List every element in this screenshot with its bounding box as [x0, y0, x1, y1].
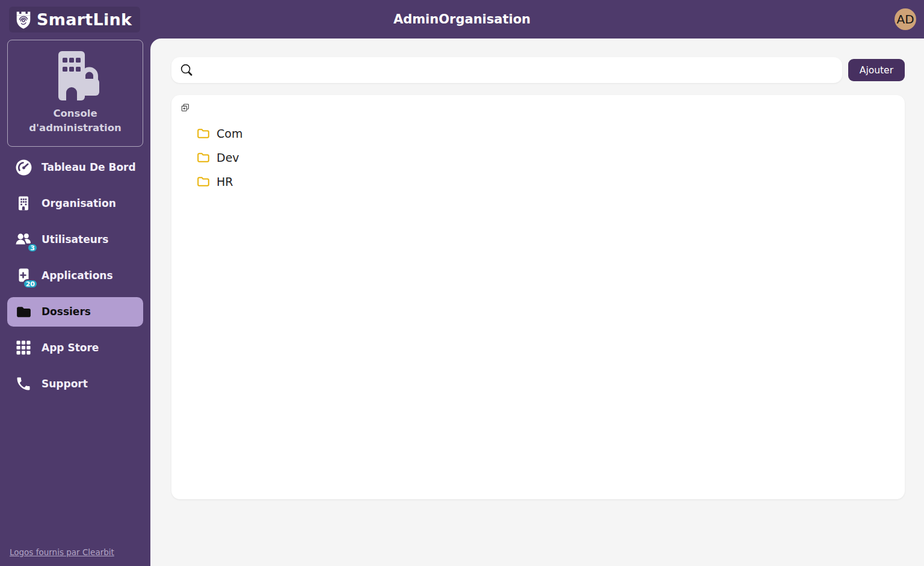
logo-text: SmartLink	[37, 10, 132, 29]
console-card-label: Console d'administration	[13, 106, 138, 135]
sidebar-item-applications[interactable]: 20 Applications	[7, 261, 143, 291]
building-lock-icon	[45, 95, 105, 106]
app-logo[interactable]: SmartLink	[9, 7, 140, 32]
folder-icon	[196, 126, 211, 141]
sidebar-item-app-store[interactable]: App Store	[7, 333, 143, 363]
folder-row-hr[interactable]: HR	[196, 170, 895, 194]
user-avatar[interactable]: AD	[895, 8, 916, 30]
shield-fingerprint-icon	[14, 10, 32, 29]
building-icon	[14, 194, 32, 212]
sidebar-nav: Tableau De Bord	[0, 153, 150, 399]
users-icon: 3	[14, 230, 32, 248]
sidebar-item-tableau-de-bord[interactable]: Tableau De Bord	[7, 153, 143, 182]
sidebar-item-support[interactable]: Support	[7, 369, 143, 399]
topbar: SmartLink AdminOrganisation AD	[0, 0, 924, 38]
sidebar-item-dossiers[interactable]: Dossiers	[7, 297, 143, 327]
toolbar: Ajouter	[171, 57, 905, 83]
sidebar: Console d'administration Tableau De Bord	[0, 38, 150, 566]
folder-tree-card: Com Dev HR	[171, 95, 905, 499]
folder-name: Com	[217, 127, 242, 140]
admin-console-card: Console d'administration	[7, 40, 143, 147]
search-icon	[179, 63, 194, 78]
add-folder-button[interactable]: Ajouter	[848, 59, 905, 81]
users-count-badge: 3	[27, 243, 38, 253]
sidebar-item-utilisateurs[interactable]: 3 Utilisateurs	[7, 225, 143, 254]
main-content: Ajouter Com	[150, 38, 924, 566]
folder-name: HR	[217, 175, 233, 188]
folder-icon	[14, 303, 32, 321]
folder-icon	[196, 150, 211, 165]
clearbit-attribution-link[interactable]: Logos fournis par Clearbit	[10, 547, 114, 557]
phone-icon	[14, 375, 32, 393]
search-box	[171, 57, 842, 83]
folder-list: Com Dev HR	[196, 122, 895, 194]
folder-row-com[interactable]: Com	[196, 122, 895, 146]
folder-name: Dev	[217, 151, 239, 164]
expand-all-icon[interactable]	[181, 103, 189, 112]
apps-count-badge: 20	[23, 279, 38, 289]
folder-row-dev[interactable]: Dev	[196, 146, 895, 170]
dashboard-icon	[14, 158, 32, 176]
grid-icon	[14, 339, 32, 357]
search-input[interactable]	[199, 64, 834, 76]
app-plus-icon: 20	[14, 266, 32, 285]
folder-icon	[196, 174, 211, 189]
sidebar-item-organisation[interactable]: Organisation	[7, 189, 143, 218]
